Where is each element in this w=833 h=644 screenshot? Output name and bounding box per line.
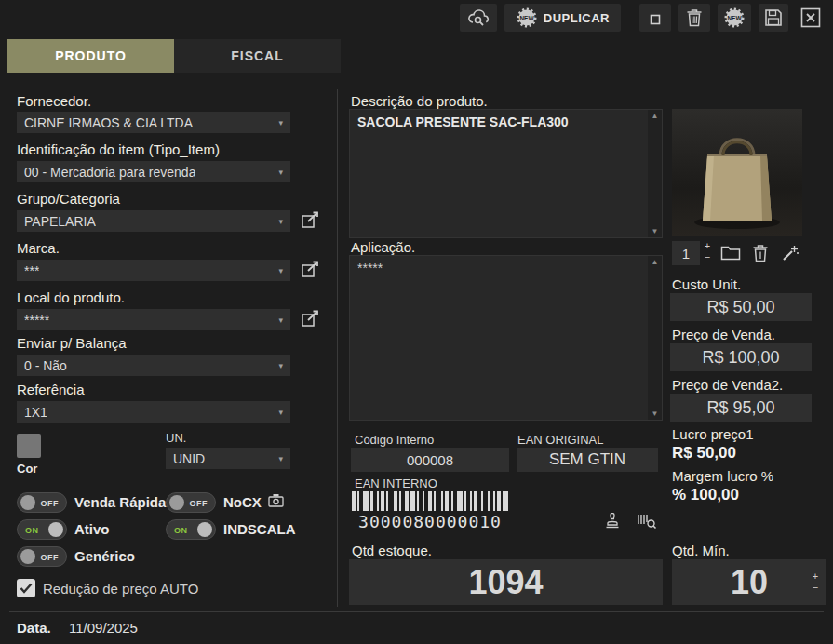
tab-fiscal[interactable]: FISCAL <box>174 39 341 73</box>
decrement-button[interactable]: − <box>701 251 714 262</box>
reducao-checkbox[interactable] <box>17 579 35 597</box>
fornecedor-select[interactable]: CIRNE IRMAOS & CIA LTDA▾ <box>17 112 290 133</box>
qtd-min-spinner: + − <box>809 570 822 593</box>
venda2-field[interactable]: R$ 95,00 <box>670 394 812 422</box>
svg-text:NEW: NEW <box>519 15 534 21</box>
small-square-icon <box>646 8 665 27</box>
toggle-indscala[interactable]: ON <box>166 519 216 540</box>
open-editor-icon <box>301 310 321 329</box>
fornecedor-label: Fornecedor. <box>17 93 91 109</box>
scroll-down-icon[interactable]: ▼ <box>648 408 662 420</box>
tipo-item-select[interactable]: 00 - Mercadoria para revenda▾ <box>17 161 290 182</box>
ean-original-field[interactable]: SEM GTIN <box>517 448 658 472</box>
balanca-select[interactable]: 0 - Não▾ <box>17 355 290 376</box>
referencia-label: Referência <box>17 382 85 397</box>
cloud-search-button[interactable] <box>460 4 497 32</box>
grupo-edit-button[interactable] <box>298 208 324 233</box>
local-select[interactable]: *****▾ <box>17 309 290 330</box>
codigo-interno-field[interactable]: 000008 <box>351 448 509 472</box>
color-swatch[interactable] <box>17 434 41 458</box>
image-open-button[interactable] <box>719 241 743 265</box>
increment-button[interactable]: + <box>701 240 714 251</box>
descricao-textarea[interactable]: SACOLA PRESENTE SAC-FLA300 ▲ ▼ <box>349 109 663 238</box>
chevron-down-icon: ▾ <box>278 266 283 275</box>
grupo-select[interactable]: PAPELARIA▾ <box>17 210 290 232</box>
delete-button[interactable] <box>678 4 710 32</box>
aplicacao-label: Aplicação. <box>351 239 415 255</box>
venda1-field[interactable]: R$ 100,00 <box>670 343 812 371</box>
duplicate-label: DUPLICAR <box>544 11 610 25</box>
tab-produto[interactable]: PRODUTO <box>7 39 174 73</box>
image-tools-button[interactable] <box>778 241 802 265</box>
un-label: UN. <box>166 431 186 445</box>
scroll-down-icon[interactable]: ▼ <box>648 225 662 237</box>
toggle-generico-label: Genérico <box>74 548 135 564</box>
chevron-down-icon: ▾ <box>278 118 283 127</box>
chevron-down-icon: ▾ <box>278 361 283 370</box>
codigo-interno-label: Código Interno <box>355 433 434 447</box>
duplicate-button[interactable]: NEW DUPLICAR <box>504 4 621 32</box>
toggle-knob <box>48 522 63 537</box>
aplicacao-text: ***** <box>350 256 662 280</box>
toggle-ativo[interactable]: ON <box>17 519 67 540</box>
toggle-generico[interactable]: OFF <box>17 546 67 567</box>
new-record-button[interactable]: NEW <box>718 4 751 32</box>
tipo-item-label: Identificação do item (Tipo_Item) <box>17 141 220 157</box>
balanca-label: Enviar p/ Balança <box>17 335 127 351</box>
referencia-select[interactable]: 1X1▾ <box>17 401 290 423</box>
hide-button[interactable] <box>639 4 671 32</box>
aplicacao-scrollbar[interactable]: ▲ ▼ <box>648 256 662 420</box>
magic-wand-icon <box>781 244 799 262</box>
stamp-button[interactable] <box>601 510 624 532</box>
barcode-number: 3000080000010 <box>352 512 508 531</box>
venda2-label: Preço de Venda2. <box>672 377 783 393</box>
chevron-down-icon: ▾ <box>278 454 283 463</box>
check-icon <box>20 583 33 594</box>
qtd-min-label: Qtd. Mín. <box>672 543 730 558</box>
qtd-estoque-label: Qtd estoque. <box>352 543 432 558</box>
toggle-nocx[interactable]: OFF <box>166 492 216 513</box>
close-button[interactable] <box>796 4 826 32</box>
barcode-search-button[interactable] <box>635 510 659 532</box>
marca-select[interactable]: ***▾ <box>17 260 290 281</box>
custo-label: Custo Unit. <box>672 276 741 292</box>
custo-field[interactable]: R$ 50,00 <box>670 293 812 321</box>
open-editor-icon <box>301 211 321 230</box>
save-button[interactable] <box>759 4 788 32</box>
vertical-divider <box>337 89 338 607</box>
descricao-label: Descrição do produto. <box>351 93 488 109</box>
image-delete-button[interactable] <box>748 241 773 265</box>
toggle-venda-rapida[interactable]: OFF <box>17 492 67 513</box>
data-label: Data. <box>17 620 51 636</box>
toggle-knob <box>197 522 212 537</box>
product-image <box>672 109 802 236</box>
scroll-up-icon[interactable]: ▲ <box>648 110 662 122</box>
cor-label: Cor <box>17 462 37 476</box>
aplicacao-textarea[interactable]: ***** ▲ ▼ <box>349 255 663 421</box>
chevron-down-icon: ▾ <box>278 315 283 325</box>
scroll-up-icon[interactable]: ▲ <box>648 256 662 268</box>
svg-text:NEW: NEW <box>727 15 742 21</box>
ean-original-label: EAN ORIGINAL <box>517 433 603 447</box>
decrement-button[interactable]: − <box>809 582 822 593</box>
marca-edit-button[interactable] <box>298 258 324 282</box>
shopping-bag-image <box>672 109 802 236</box>
ean-interno-label: EAN INTERNO <box>355 476 437 490</box>
reducao-label: Redução de preço AUTO <box>43 581 198 597</box>
barcode-search-icon <box>637 513 657 530</box>
data-value: 11/09/2025 <box>69 620 138 636</box>
trash-icon <box>752 244 769 262</box>
qtd-estoque-field[interactable]: 1094 <box>349 559 663 605</box>
local-edit-button[interactable] <box>298 307 324 331</box>
toggle-knob <box>20 495 35 510</box>
increment-button[interactable]: + <box>809 570 822 582</box>
close-icon <box>800 7 821 28</box>
product-form-window: NEW DUPLICAR NEW <box>0 0 833 644</box>
descricao-scrollbar[interactable]: ▲ ▼ <box>648 110 662 237</box>
folder-icon <box>720 245 741 262</box>
descricao-text: SACOLA PRESENTE SAC-FLA300 <box>350 110 662 134</box>
image-index-field[interactable]: 1 <box>672 241 700 265</box>
un-select[interactable]: UNID▾ <box>166 448 290 469</box>
trash-icon <box>686 8 703 27</box>
qtd-min-field[interactable]: 10 + − <box>672 559 826 605</box>
